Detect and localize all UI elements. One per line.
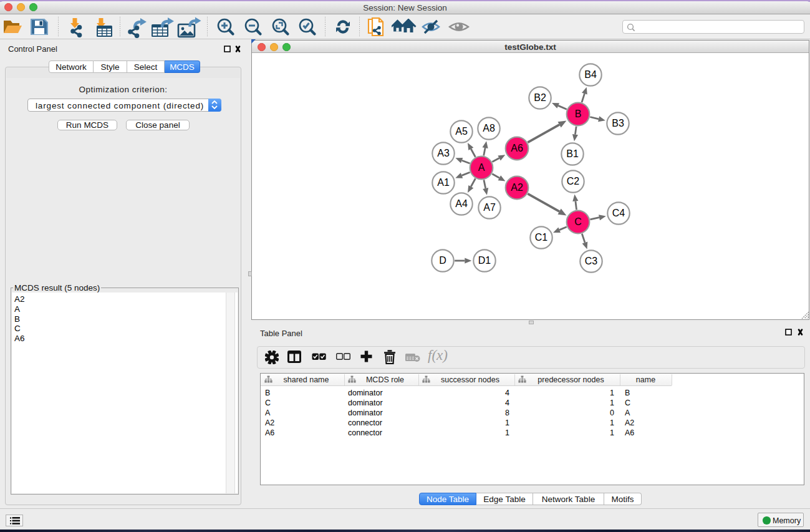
svg-text:C: C [574, 216, 582, 227]
svg-text:B: B [575, 109, 582, 119]
svg-text:C2: C2 [567, 176, 580, 186]
svg-text:B3: B3 [612, 118, 624, 128]
svg-text:A2: A2 [511, 182, 523, 193]
svg-text:A5: A5 [455, 126, 468, 137]
svg-text:D1: D1 [478, 255, 491, 266]
svg-text:B2: B2 [534, 92, 546, 103]
svg-text:A3: A3 [437, 148, 450, 158]
svg-text:A6: A6 [511, 143, 523, 153]
svg-text:A8: A8 [483, 123, 495, 133]
svg-text:A7: A7 [483, 202, 496, 213]
svg-text:A: A [478, 162, 485, 173]
svg-text:D: D [439, 255, 446, 266]
svg-text:C3: C3 [585, 256, 598, 266]
svg-text:A1: A1 [437, 177, 450, 188]
svg-text:A4: A4 [455, 198, 468, 209]
svg-text:C4: C4 [612, 208, 625, 218]
svg-text:C1: C1 [535, 232, 548, 243]
svg-text:B1: B1 [566, 148, 579, 159]
svg-text:B4: B4 [584, 69, 597, 80]
